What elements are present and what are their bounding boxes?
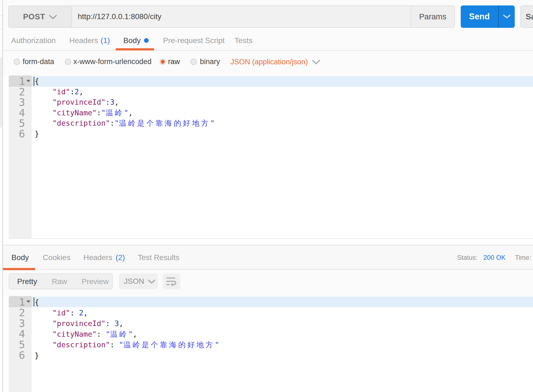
view-mode-raw[interactable]: Raw [52, 277, 67, 286]
line-number: 5 [9, 118, 25, 129]
code-line[interactable]: "cityName": "温岭", [35, 329, 137, 339]
code-line[interactable]: { [35, 297, 39, 307]
sidebar-edge [0, 0, 2, 392]
line-number: 5 [9, 339, 25, 350]
tabs-bottom-border [3, 50, 533, 51]
chevron-down-icon [312, 60, 320, 65]
status-value: 200 OK [483, 254, 505, 262]
chevron-down-icon [148, 280, 155, 284]
tab-tests[interactable]: Tests [235, 36, 252, 45]
code-line[interactable]: } [35, 129, 39, 139]
save-button[interactable]: Save [520, 5, 533, 28]
tab-pre-request-script[interactable]: Pre-request Script [163, 36, 225, 45]
send-button[interactable]: Send [461, 5, 515, 28]
active-tab-underline [116, 48, 154, 50]
line-number: 4 [9, 108, 25, 118]
wrap-text-icon [166, 277, 176, 287]
wrap-lines-button[interactable] [163, 273, 180, 289]
request-builder-pane: POST http://127.0.0.1:8080/city Params S… [3, 0, 533, 392]
code-fold-icon[interactable] [26, 300, 30, 303]
raw-format-selector[interactable]: JSON (application/json) [230, 57, 320, 67]
sidebar-panel-edge [0, 57, 2, 128]
url-builder-group: POST http://127.0.0.1:8080/city Params [8, 5, 455, 28]
text-cursor [34, 297, 34, 306]
code-line[interactable]: { [35, 76, 39, 87]
params-button[interactable]: Params [411, 6, 454, 27]
radio-binary[interactable] [190, 59, 197, 65]
line-number: 3 [9, 97, 25, 108]
tab-body[interactable]: Body [123, 36, 149, 45]
chevron-down-icon [503, 14, 511, 19]
line-number: 4 [9, 329, 25, 339]
sidebar-divider [0, 29, 2, 29]
code-line[interactable]: "provinceId":3, [35, 97, 119, 108]
tab-authorization[interactable]: Authorization [11, 36, 56, 45]
line-number: 1 [9, 76, 25, 87]
text-cursor [34, 77, 34, 86]
radio-raw[interactable] [160, 59, 166, 65]
line-number: 2 [9, 307, 25, 318]
code-line[interactable]: "description":"温岭是个靠海的好地方" [35, 118, 215, 129]
headers-count-badge: (1) [101, 36, 110, 45]
tab-headers[interactable]: Headers(1) [69, 36, 110, 45]
view-mode-preview[interactable]: Preview [82, 277, 109, 286]
line-number: 2 [9, 87, 25, 97]
code-line[interactable]: "provinceId": 3, [35, 318, 123, 329]
radio-label-binary[interactable]: binary [200, 57, 220, 66]
body-edited-dot [144, 38, 149, 43]
response-editor-active-line [32, 297, 533, 307]
pane-gap [3, 239, 533, 245]
view-mode-pretty[interactable]: Pretty [17, 277, 37, 286]
radio-label-raw[interactable]: raw [168, 57, 180, 66]
code-line[interactable]: } [35, 350, 39, 361]
radio-x-www-form-urlencoded[interactable] [65, 59, 71, 65]
response-active-tab-underline [3, 268, 35, 270]
response-tabs-bottom-border [3, 269, 533, 270]
code-fold-icon[interactable] [26, 80, 30, 82]
response-format-selector[interactable]: JSON [119, 273, 158, 289]
method-label: POST [23, 12, 45, 21]
code-line[interactable]: "description": "温岭是个靠海的好地方" [35, 339, 219, 350]
url-input[interactable]: http://127.0.0.1:8080/city [72, 6, 411, 27]
chevron-down-icon [49, 15, 57, 20]
code-line[interactable]: "id":2, [35, 87, 83, 97]
time-label: Time: [515, 254, 531, 262]
radio-label-form-data[interactable]: form-data [23, 57, 54, 66]
radio-label-x-www-form-urlencoded[interactable]: x-www-form-urlencoded [73, 57, 152, 66]
line-number: 6 [9, 129, 25, 139]
line-number: 3 [9, 318, 25, 329]
response-tab-test-results[interactable]: Test Results [138, 253, 179, 262]
response-tab-body[interactable]: Body [11, 253, 29, 262]
response-tab-bar [3, 245, 533, 269]
response-tab-headers[interactable]: Headers(2) [83, 253, 125, 262]
line-number: 1 [9, 297, 25, 307]
line-number: 6 [9, 350, 25, 361]
status-label: Status: [457, 254, 478, 262]
response-format-label: JSON [124, 277, 144, 286]
code-line[interactable]: "id": 2, [35, 307, 88, 318]
request-editor-active-line [32, 76, 533, 87]
response-view-mode-group: Pretty Raw Preview [9, 273, 113, 289]
sidebar-divider [0, 15, 2, 16]
code-line[interactable]: "cityName":"温岭", [35, 108, 133, 118]
send-button-label[interactable]: Send [461, 5, 498, 28]
response-headers-count-badge: (2) [116, 253, 125, 262]
response-tab-cookies[interactable]: Cookies [43, 253, 70, 262]
method-select[interactable]: POST [9, 6, 72, 27]
radio-form-data[interactable] [14, 59, 20, 65]
send-options-button[interactable] [499, 5, 515, 28]
